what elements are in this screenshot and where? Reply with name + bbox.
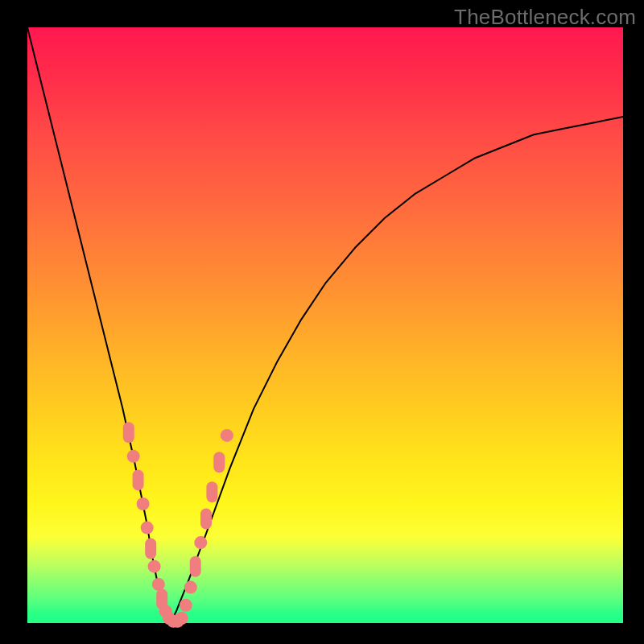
bead	[175, 612, 188, 625]
bead	[221, 429, 233, 442]
bead	[194, 536, 207, 549]
bead	[206, 481, 217, 502]
bead-group	[123, 422, 233, 628]
plot-area	[27, 27, 623, 623]
bead	[127, 450, 140, 463]
bead	[145, 539, 156, 559]
bead	[184, 581, 197, 594]
chart-frame: TheBottleneck.com	[0, 0, 644, 644]
watermark-text: TheBottleneck.com	[454, 5, 636, 30]
bead	[137, 497, 150, 510]
bead	[141, 522, 154, 535]
bead	[190, 556, 201, 577]
bead	[213, 452, 225, 473]
bottleneck-curve-path	[27, 27, 623, 623]
bottleneck-curve-svg	[27, 27, 623, 623]
bead	[180, 599, 192, 612]
bead	[152, 578, 165, 591]
bead	[123, 422, 134, 443]
bead	[200, 509, 212, 530]
bead	[148, 560, 161, 573]
bead	[133, 469, 144, 490]
